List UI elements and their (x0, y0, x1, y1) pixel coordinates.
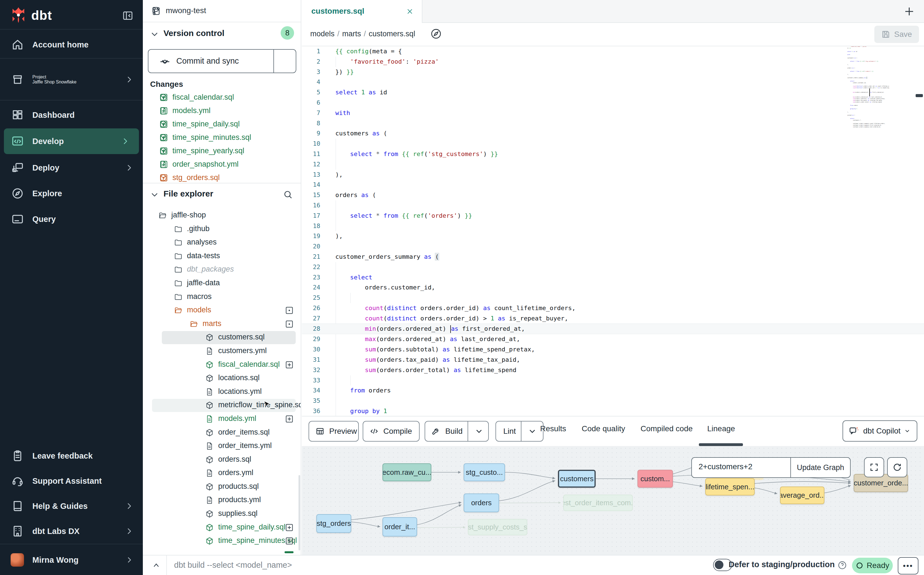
update-graph-button[interactable]: Update Graph (791, 458, 850, 477)
chevron-down-icon[interactable] (150, 190, 159, 199)
more-options-button[interactable]: ••• (898, 557, 918, 575)
tree-row-partial[interactable] (143, 548, 301, 555)
stage-plus-icon[interactable] (285, 360, 294, 370)
tree-item-time_spine_daily.sql[interactable]: time_spine_daily.sql (143, 521, 301, 535)
lineage-panel[interactable]: count_lifetim...test_order_items_com...t… (302, 446, 924, 555)
preview-button[interactable]: Preview (309, 421, 359, 442)
fullscreen-button[interactable] (864, 457, 884, 477)
build-dropdown-icon[interactable] (474, 427, 484, 436)
lint-button[interactable]: Lint (496, 421, 544, 442)
modified-dot-icon[interactable] (159, 173, 168, 183)
sidebar-item-dbt-labs-dx[interactable]: dbt Labs DX (0, 519, 143, 544)
code-line-14[interactable]: 14 (302, 180, 924, 190)
code-line-11[interactable]: 11 select * from {{ ref('stg_customers')… (302, 149, 924, 159)
tree-item-dbt_packages[interactable]: dbt_packages (143, 263, 301, 276)
stage-plus-icon[interactable] (159, 93, 168, 102)
sidebar-item-help-guides[interactable]: Help & Guides (0, 494, 143, 519)
change-row-time_spine_minutes.sql[interactable]: time_spine_minutes.sql (143, 131, 301, 145)
code-line-4[interactable]: 4 (302, 77, 924, 87)
sidebar-item-account-home[interactable]: Account home (0, 31, 143, 58)
lineage-search-input[interactable]: 2+customers+2 (699, 462, 753, 471)
tree-item-order_items.sql[interactable]: order_items.sql (143, 426, 301, 440)
stage-plus-icon[interactable] (285, 536, 294, 546)
help-icon[interactable] (837, 561, 847, 570)
sidebar-collapse-icon[interactable] (122, 10, 133, 21)
sidebar-user[interactable]: Mirna Wong (0, 546, 143, 574)
code-line-24[interactable]: 24 orders.customer_id, (302, 283, 924, 293)
dbt-copilot-button[interactable]: dbt Copilot (843, 420, 917, 442)
code-line-32[interactable]: 32 sum(orders.order_total) as lifetime_s… (302, 365, 924, 375)
tab-customers-sql[interactable]: customers.sql (302, 0, 422, 23)
status-badge[interactable]: Ready (852, 558, 893, 573)
sidebar-item-support-assistant[interactable]: Support Assistant (0, 469, 143, 494)
lint-dropdown-icon[interactable] (528, 427, 537, 436)
code-line-22[interactable]: 22 (302, 262, 924, 272)
tab-lineage[interactable]: Lineage (707, 424, 735, 433)
code-line-15[interactable]: 15orders as ( (302, 190, 924, 200)
build-button[interactable]: Build (425, 421, 489, 442)
code-line-8[interactable]: 8 (302, 118, 924, 129)
stage-plus-icon[interactable] (285, 414, 294, 424)
code-line-34[interactable]: 34 from orders (302, 386, 924, 396)
chevron-down-icon[interactable] (150, 30, 159, 38)
breadcrumb-segment[interactable]: customers.sql (369, 30, 415, 38)
tree-item-locations.sql[interactable]: locations.sql (143, 372, 301, 385)
code-line-26[interactable]: 26 count(distinct orders.order_id) as co… (302, 303, 924, 313)
version-control-header[interactable]: Version control 8 (143, 26, 301, 42)
copilot-dropdown-icon[interactable] (904, 427, 911, 434)
expand-panel-icon[interactable] (152, 561, 161, 570)
code-line-23[interactable]: 23 select (302, 272, 924, 283)
code-line-27[interactable]: 27 count(distinct orders.order_id) > 1 a… (302, 313, 924, 324)
sidebar-item-query[interactable]: Query (0, 206, 143, 232)
editor-scrollbar-thumb[interactable] (916, 94, 923, 97)
change-row-time_spine_yearly.sql[interactable]: time_spine_yearly.sql (143, 145, 301, 158)
sidebar-item-leave-feedback[interactable]: Leave feedback (0, 443, 143, 469)
tree-item-data-tests[interactable]: data-tests (143, 249, 301, 263)
tree-item-fiscal_calendar.sql[interactable]: fiscal_calendar.sql (143, 358, 301, 372)
tab-results[interactable]: Results (540, 424, 566, 433)
stage-plus-icon[interactable] (159, 106, 168, 116)
code-line-7[interactable]: 7with (302, 108, 924, 118)
change-row-time_spine_daily.sql[interactable]: time_spine_daily.sql (143, 118, 301, 131)
tree-item-customers.sql[interactable]: customers.sql (143, 331, 301, 345)
lineage-node-custom[interactable]: custom... (637, 470, 673, 488)
tree-item-jaffle-shop[interactable]: jaffle-shop (143, 209, 301, 222)
lineage-node-stg_orders[interactable]: stg_orders (316, 514, 351, 533)
code-line-6[interactable]: 6 (302, 98, 924, 108)
code-line-5[interactable]: 5select 1 as id (302, 87, 924, 98)
tree-item-analyses[interactable]: analyses (143, 236, 301, 249)
stage-plus-icon[interactable] (159, 160, 168, 169)
lineage-node-stg_custo[interactable]: stg_custo... (464, 463, 505, 481)
file-explorer-scrollbar[interactable] (298, 475, 300, 550)
code-line-21[interactable]: 21customer_orders_summary as ( (302, 252, 924, 262)
stage-plus-icon[interactable] (159, 146, 168, 156)
lineage-node-orders[interactable]: orders (464, 494, 499, 512)
code-line-18[interactable]: 18 (302, 221, 924, 231)
code-line-31[interactable]: 31 sum(orders.tax_paid) as lifetime_tax_… (302, 355, 924, 365)
change-row-order_snapshot.yml[interactable]: order_snapshot.yml (143, 158, 301, 172)
code-line-1[interactable]: 1{{ config(meta = { (302, 46, 924, 57)
tree-item-time_spine_minutes.sql[interactable]: time_spine_minutes.sql (143, 534, 301, 548)
lineage-node-ecomraw_cu[interactable]: ecom.raw_cu... (382, 463, 431, 481)
tree-item-macros[interactable]: macros (143, 290, 301, 304)
code-line-20[interactable]: 20 (302, 241, 924, 252)
editor-minimap[interactable]: {{ config(meta = { 'favorite_food': 'piz… (847, 46, 889, 128)
sidebar-item-develop[interactable]: Develop (4, 129, 139, 154)
sidebar-item-jaffle-shop-snowflake[interactable]: ProjectJaffle Shop Snowflake (0, 59, 143, 100)
code-line-35[interactable]: 35 (302, 396, 924, 406)
code-line-28[interactable]: 28 min(orders.ordered_at) as first_order… (302, 324, 924, 334)
tab-compiled-code[interactable]: Compiled code (640, 424, 693, 433)
code-line-3[interactable]: 3}) }} (302, 67, 924, 77)
save-button[interactable]: Save (874, 26, 919, 43)
lineage-node-customers[interactable]: customers (558, 470, 596, 488)
code-line-19[interactable]: 19), (302, 231, 924, 241)
change-row-fiscal_calendar.sql[interactable]: fiscal_calendar.sql (143, 91, 301, 105)
code-line-13[interactable]: 13), (302, 170, 924, 180)
search-icon[interactable] (283, 189, 293, 200)
tree-item-orders.yml[interactable]: orders.yml (143, 466, 301, 480)
change-row-models.yml[interactable]: models.yml (143, 105, 301, 118)
code-line-33[interactable]: 33 (302, 375, 924, 386)
lineage-node-average_ord[interactable]: average_ord... (780, 486, 824, 504)
tree-item-locations.yml[interactable]: locations.yml (143, 385, 301, 399)
tree-item-customers.yml[interactable]: customers.yml (143, 345, 301, 358)
